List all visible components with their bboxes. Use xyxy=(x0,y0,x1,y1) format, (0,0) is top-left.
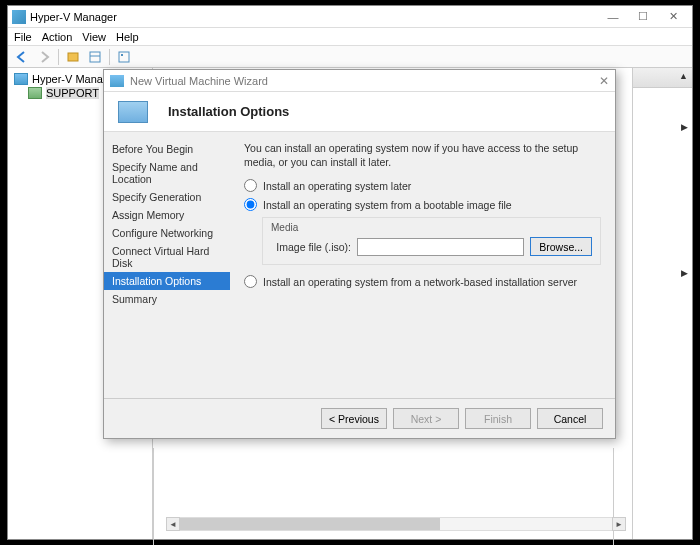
intro-text: You can install an operating system now … xyxy=(244,142,601,169)
step-summary[interactable]: Summary xyxy=(104,290,230,308)
horizontal-scrollbar[interactable]: ◄ ► xyxy=(166,517,626,531)
menu-view[interactable]: View xyxy=(82,31,106,43)
dialog-header: Installation Options xyxy=(104,92,615,132)
image-file-label: Image file (.iso): xyxy=(271,241,351,253)
browse-button[interactable]: Browse... xyxy=(530,237,592,256)
dialog-title: New Virtual Machine Wizard xyxy=(130,75,268,87)
svg-rect-4 xyxy=(121,54,123,56)
dialog-footer: < Previous Next > Finish Cancel xyxy=(104,398,615,438)
radio-install-from-network[interactable] xyxy=(244,275,257,288)
toolbar-help-icon[interactable] xyxy=(114,48,134,66)
step-before-you-begin[interactable]: Before You Begin xyxy=(104,140,230,158)
scroll-thumb[interactable] xyxy=(180,518,440,530)
option-install-from-network[interactable]: Install an operating system from a netwo… xyxy=(244,275,601,288)
step-connect-vhd[interactable]: Connect Virtual Hard Disk xyxy=(104,242,230,272)
dialog-titlebar: New Virtual Machine Wizard ✕ xyxy=(104,70,615,92)
step-assign-memory[interactable]: Assign Memory xyxy=(104,206,230,224)
scroll-track[interactable] xyxy=(180,517,612,531)
close-button[interactable]: ✕ xyxy=(658,6,688,27)
media-legend: Media xyxy=(271,222,592,233)
image-file-input[interactable] xyxy=(357,238,524,256)
menu-help[interactable]: Help xyxy=(116,31,139,43)
step-configure-networking[interactable]: Configure Networking xyxy=(104,224,230,242)
menubar: File Action View Help xyxy=(8,28,692,46)
image-file-row: Image file (.iso): Browse... xyxy=(271,237,592,256)
minimize-button[interactable]: — xyxy=(598,6,628,27)
server-icon xyxy=(28,87,42,99)
dialog-body: Before You Begin Specify Name and Locati… xyxy=(104,132,615,398)
collapse-arrow-icon[interactable]: ▲ xyxy=(679,71,688,81)
menu-action[interactable]: Action xyxy=(42,31,73,43)
tree-server-label: SUPPORT xyxy=(46,87,99,99)
forward-button[interactable] xyxy=(34,48,54,66)
app-icon xyxy=(12,10,26,24)
svg-rect-1 xyxy=(90,52,100,62)
scroll-left-icon[interactable]: ◄ xyxy=(166,517,180,531)
toolbar-properties-icon[interactable] xyxy=(85,48,105,66)
menu-file[interactable]: File xyxy=(14,31,32,43)
previous-button[interactable]: < Previous xyxy=(321,408,387,429)
maximize-button[interactable]: ☐ xyxy=(628,6,658,27)
dialog-close-button[interactable]: ✕ xyxy=(599,74,609,88)
step-specify-generation[interactable]: Specify Generation xyxy=(104,188,230,206)
expand-arrow-icon-2[interactable]: ▶ xyxy=(681,268,688,278)
radio-install-later[interactable] xyxy=(244,179,257,192)
header-monitor-icon xyxy=(118,101,148,123)
app-title: Hyper-V Manager xyxy=(30,11,117,23)
label-install-from-network: Install an operating system from a netwo… xyxy=(263,276,577,288)
wizard-dialog: New Virtual Machine Wizard ✕ Installatio… xyxy=(103,69,616,439)
label-install-from-image: Install an operating system from a boota… xyxy=(263,199,512,211)
next-button[interactable]: Next > xyxy=(393,408,459,429)
finish-button[interactable]: Finish xyxy=(465,408,531,429)
dialog-heading: Installation Options xyxy=(168,104,289,119)
svg-rect-0 xyxy=(68,53,78,61)
hyperv-icon xyxy=(14,73,28,85)
toolbar-action-icon[interactable] xyxy=(63,48,83,66)
svg-rect-3 xyxy=(119,52,129,62)
back-button[interactable] xyxy=(12,48,32,66)
option-install-from-image[interactable]: Install an operating system from a boota… xyxy=(244,198,601,211)
radio-install-from-image[interactable] xyxy=(244,198,257,211)
scroll-right-icon[interactable]: ► xyxy=(612,517,626,531)
actions-pane: ▲ ▶ ▶ xyxy=(632,68,692,539)
step-installation-options[interactable]: Installation Options xyxy=(104,272,230,290)
toolbar xyxy=(8,46,692,68)
media-group: Media Image file (.iso): Browse... xyxy=(262,217,601,265)
option-install-later[interactable]: Install an operating system later xyxy=(244,179,601,192)
step-specify-name[interactable]: Specify Name and Location xyxy=(104,158,230,188)
steps-list: Before You Begin Specify Name and Locati… xyxy=(104,132,230,398)
label-install-later: Install an operating system later xyxy=(263,180,411,192)
expand-arrow-icon[interactable]: ▶ xyxy=(681,122,688,132)
titlebar: Hyper-V Manager — ☐ ✕ xyxy=(8,6,692,28)
options-panel: You can install an operating system now … xyxy=(230,132,615,398)
cancel-button[interactable]: Cancel xyxy=(537,408,603,429)
wizard-icon xyxy=(110,75,124,87)
